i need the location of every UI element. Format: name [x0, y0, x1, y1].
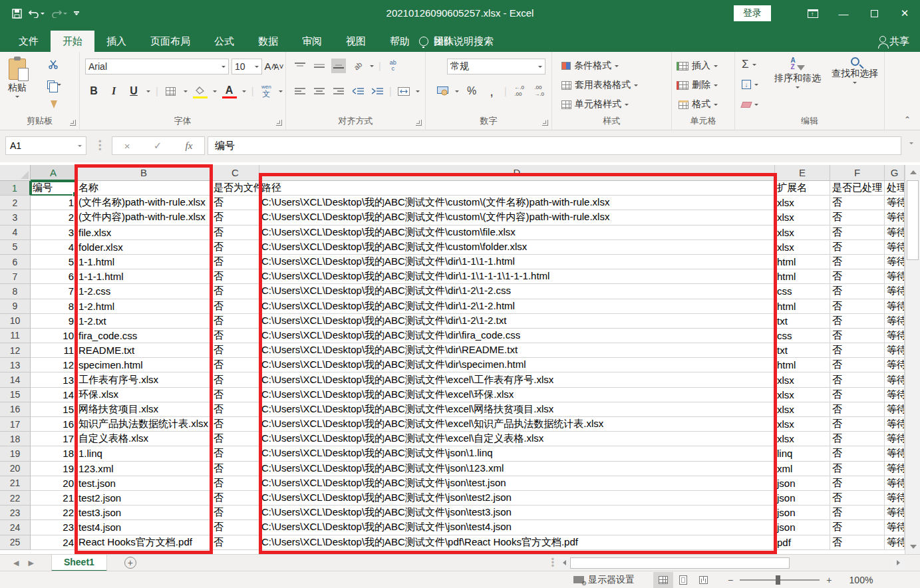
cell-E22[interactable]: json — [775, 491, 830, 506]
next-sheet-icon[interactable]: ▶ — [28, 559, 33, 567]
cell-A12[interactable]: 11 — [31, 343, 77, 358]
number-dialog-launcher[interactable] — [542, 120, 548, 126]
cell-D4[interactable]: C:\Users\XCL\Desktop\我的ABC测试文件\custom\fi… — [259, 225, 775, 240]
formula-input[interactable]: 编号 — [208, 136, 901, 155]
cell-D5[interactable]: C:\Users\XCL\Desktop\我的ABC测试文件\custom\fo… — [259, 240, 775, 255]
cell-F17[interactable]: 否 — [830, 417, 885, 432]
conditional-formatting-button[interactable]: 条件格式 — [561, 57, 638, 74]
cell-D2[interactable]: C:\Users\XCL\Desktop\我的ABC测试文件\custom\(文… — [259, 196, 775, 210]
close-button[interactable]: ✕ — [889, 0, 920, 27]
zoom-in-button[interactable]: + — [826, 575, 832, 585]
row-header-18[interactable]: 18 — [0, 432, 31, 446]
formula-bar-splitter[interactable]: ••• — [98, 140, 102, 152]
ribbon-tab-插入[interactable]: 插入 — [94, 31, 138, 52]
cell-B11[interactable]: fira_code.css — [77, 329, 212, 343]
cell-A15[interactable]: 14 — [31, 388, 77, 402]
sort-filter-button[interactable]: AZ 排序和筛选 — [770, 57, 826, 88]
zoom-level[interactable]: 100% — [841, 575, 873, 585]
cell-E18[interactable]: xlsx — [775, 432, 830, 446]
cell-C24[interactable]: 否 — [212, 520, 259, 535]
cell-B6[interactable]: 1-1.html — [77, 255, 212, 269]
cell-B20[interactable]: 123.xml — [77, 462, 212, 476]
cell-G14[interactable]: 等待 — [885, 372, 905, 387]
cell-C15[interactable]: 否 — [212, 388, 259, 402]
cell-A13[interactable]: 12 — [31, 358, 77, 372]
cell-D9[interactable]: C:\Users\XCL\Desktop\我的ABC测试文件\dir\1-2\1… — [259, 299, 775, 314]
accounting-dropdown-icon[interactable] — [455, 90, 459, 92]
enter-entry-button[interactable]: ✓ — [154, 140, 162, 152]
row-header-19[interactable]: 19 — [0, 446, 31, 461]
cell-B14[interactable]: 工作表有序号.xlsx — [77, 372, 212, 387]
cell-C12[interactable]: 否 — [212, 343, 259, 358]
cell-B21[interactable]: test.json — [77, 476, 212, 491]
cell-D3[interactable]: C:\Users\XCL\Desktop\我的ABC测试文件\custom\(文… — [259, 210, 775, 225]
cell-D10[interactable]: C:\Users\XCL\Desktop\我的ABC测试文件\dir\1-2\1… — [259, 314, 775, 329]
cell-F23[interactable]: 否 — [830, 506, 885, 520]
row-header-2[interactable]: 2 — [0, 196, 31, 210]
cell-G24[interactable]: 等待 — [885, 520, 905, 535]
cell-D22[interactable]: C:\Users\XCL\Desktop\我的ABC测试文件\json\test… — [259, 491, 775, 506]
cell-C19[interactable]: 否 — [212, 446, 259, 461]
cell-E17[interactable]: xlsx — [775, 417, 830, 432]
cell-B12[interactable]: README.txt — [77, 343, 212, 358]
cell-G13[interactable]: 等待 — [885, 358, 905, 372]
cell-F4[interactable]: 否 — [830, 225, 885, 240]
cell-A6[interactable]: 5 — [31, 255, 77, 269]
cell-A7[interactable]: 6 — [31, 269, 77, 284]
cell-G5[interactable]: 等待 — [885, 240, 905, 255]
cell-F10[interactable]: 否 — [830, 314, 885, 329]
format-as-table-button[interactable]: 套用表格格式 — [561, 76, 638, 94]
column-header-E[interactable]: E — [775, 165, 830, 181]
cell-D25[interactable]: C:\Users\XCL\Desktop\我的ABC测试文件\pdf\React… — [259, 535, 775, 550]
font-color-dropdown-icon[interactable] — [242, 90, 246, 92]
zoom-slider[interactable] — [740, 579, 820, 581]
cell-C18[interactable]: 否 — [212, 432, 259, 446]
maximize-button[interactable] — [859, 0, 889, 27]
cell-C4[interactable]: 否 — [212, 225, 259, 240]
ribbon-tab-文件[interactable]: 文件 — [7, 31, 51, 52]
row-header-5[interactable]: 5 — [0, 240, 31, 255]
display-settings-button[interactable]: 显示器设置 — [573, 574, 635, 586]
cell-E13[interactable]: html — [775, 358, 830, 372]
cell-A17[interactable]: 16 — [31, 417, 77, 432]
orientation-button[interactable]: ab — [348, 56, 369, 76]
scroll-up-icon[interactable] — [905, 165, 920, 180]
find-select-button[interactable]: 查找和选择 — [827, 57, 883, 84]
zoom-slider-thumb[interactable] — [776, 575, 780, 585]
cell-G17[interactable]: 等待 — [885, 417, 905, 432]
align-right-icon[interactable] — [331, 84, 346, 98]
name-box-dropdown-icon[interactable] — [78, 145, 82, 147]
row-header-20[interactable]: 20 — [0, 462, 31, 476]
cell-F14[interactable]: 否 — [830, 372, 885, 387]
cell-E14[interactable]: xlsx — [775, 372, 830, 387]
scroll-right-icon[interactable] — [892, 557, 904, 569]
format-painter-button[interactable] — [47, 97, 61, 112]
cell-G15[interactable]: 等待 — [885, 388, 905, 402]
cell-A24[interactable]: 23 — [31, 520, 77, 535]
cell-G19[interactable]: 等待 — [885, 446, 905, 461]
row-header-23[interactable]: 23 — [0, 506, 31, 520]
row-header-16[interactable]: 16 — [0, 402, 31, 417]
cell-B25[interactable]: React Hooks官方文档.pdf — [77, 535, 212, 550]
cell-F25[interactable]: 否 — [830, 535, 885, 550]
page-layout-view-button[interactable] — [673, 572, 693, 588]
cell-D17[interactable]: C:\Users\XCL\Desktop\我的ABC测试文件\excel\知识产… — [259, 417, 775, 432]
font-size-combo[interactable]: 10 — [231, 59, 262, 74]
column-header-A[interactable]: A — [31, 165, 77, 181]
row-header-21[interactable]: 21 — [0, 476, 31, 491]
cell-G8[interactable]: 等待 — [885, 284, 905, 299]
cell-A4[interactable]: 3 — [31, 225, 77, 240]
row-header-3[interactable]: 3 — [0, 210, 31, 225]
row-header-24[interactable]: 24 — [0, 520, 31, 535]
horizontal-scrollbar[interactable] — [558, 557, 904, 569]
cell-E10[interactable]: txt — [775, 314, 830, 329]
cell-G6[interactable]: 等待 — [885, 255, 905, 269]
column-header-B[interactable]: B — [77, 165, 212, 181]
cell-F3[interactable]: 否 — [830, 210, 885, 225]
cell-A3[interactable]: 2 — [31, 210, 77, 225]
phonetic-guide-button[interactable]: wén 文 — [259, 84, 273, 98]
cell-C6[interactable]: 否 — [212, 255, 259, 269]
ribbon-tab-审阅[interactable]: 审阅 — [290, 31, 334, 52]
cell-C17[interactable]: 否 — [212, 417, 259, 432]
cell-C7[interactable]: 否 — [212, 269, 259, 284]
